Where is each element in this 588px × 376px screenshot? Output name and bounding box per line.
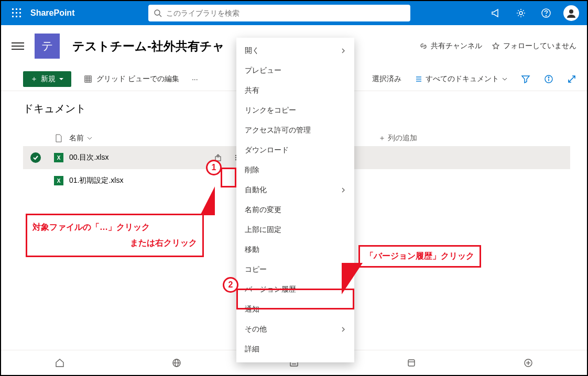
account-icon[interactable] — [560, 2, 583, 25]
header-actions: 共有チャンネル フォローしていません — [419, 41, 576, 51]
svg-rect-6 — [12, 16, 14, 17]
annotation-badge-2: 2 — [223, 277, 238, 293]
check-icon[interactable] — [30, 152, 41, 163]
svg-line-10 — [159, 15, 161, 17]
expand-icon[interactable] — [567, 74, 576, 84]
view-switcher[interactable]: すべてのドキュメント — [415, 74, 507, 84]
context-menu-item[interactable]: コピー — [236, 260, 354, 280]
chevron-right-icon — [341, 48, 346, 53]
home-icon[interactable] — [1, 358, 118, 368]
svg-point-25 — [548, 76, 549, 78]
context-menu-item[interactable]: バージョン履歴 — [236, 280, 354, 300]
chevron-right-icon — [341, 327, 346, 332]
selected-count: 選択済み — [372, 74, 401, 84]
svg-text:X: X — [57, 178, 61, 184]
context-menu-item[interactable]: 詳細 — [236, 339, 354, 359]
svg-rect-5 — [19, 12, 21, 14]
annotation-box-1: 対象ファイルの「…」クリック または右クリック — [26, 214, 204, 257]
gear-icon[interactable] — [509, 2, 532, 25]
context-menu-item[interactable]: 通知 — [236, 300, 354, 319]
grid-edit-button[interactable]: グリッド ビューでの編集 — [84, 74, 179, 84]
files-icon[interactable] — [353, 358, 470, 368]
svg-rect-2 — [19, 8, 21, 10]
svg-rect-0 — [12, 8, 14, 10]
follow-label: フォローしていません — [503, 41, 576, 51]
svg-rect-15 — [85, 76, 91, 82]
info-icon[interactable] — [544, 74, 553, 84]
file-name[interactable]: 00.目次.xlsx — [69, 153, 108, 162]
svg-rect-7 — [16, 16, 17, 17]
chevron-down-icon — [59, 76, 64, 82]
follow-toggle[interactable]: フォローしていません — [492, 41, 576, 51]
context-menu-item[interactable]: アクセス許可の管理 — [236, 120, 354, 140]
svg-rect-4 — [16, 12, 17, 14]
app-launcher-icon[interactable] — [5, 2, 28, 25]
annotation-pointer-1 — [200, 186, 215, 215]
nav-toggle-icon[interactable] — [12, 42, 24, 50]
svg-point-14 — [569, 9, 573, 14]
context-menu-item[interactable]: ダウンロード — [236, 140, 354, 160]
annotation-box-2: 「バージョン履歴」クリック — [358, 245, 481, 268]
context-menu-item[interactable]: 削除 — [236, 160, 354, 180]
chevron-down-icon — [502, 76, 507, 82]
shared-channel-link[interactable]: 共有チャンネル — [419, 41, 482, 51]
svg-rect-1 — [16, 8, 17, 10]
context-menu-item[interactable]: 共有 — [236, 81, 354, 101]
globe-icon[interactable] — [118, 358, 236, 368]
command-bar-right: 選択済み すべてのドキュメント — [372, 74, 576, 84]
chevron-right-icon — [341, 187, 346, 193]
context-menu-item[interactable]: 名前の変更 — [236, 200, 354, 220]
brand-label: SharePoint — [30, 8, 74, 18]
grid-icon — [84, 75, 92, 83]
add-icon[interactable] — [470, 358, 587, 368]
svg-rect-8 — [19, 16, 21, 17]
search-icon — [154, 9, 162, 17]
grid-edit-label: グリッド ビューでの編集 — [96, 74, 179, 84]
svg-rect-40 — [408, 360, 415, 366]
annotation-pointer-2 — [342, 263, 363, 294]
new-label: 新規 — [41, 74, 56, 84]
view-name: すべてのドキュメント — [426, 74, 499, 84]
chevron-down-icon — [87, 136, 92, 141]
col-name[interactable]: 名前 — [69, 134, 247, 143]
file-icon — [55, 134, 62, 142]
search-input[interactable] — [166, 9, 405, 17]
shared-channel-label: 共有チャンネル — [431, 41, 482, 51]
context-menu-item[interactable]: リンクをコピー — [236, 101, 354, 120]
context-menu-item[interactable]: 上部に固定 — [236, 220, 354, 240]
overflow-button[interactable]: ··· — [192, 75, 198, 83]
search-box[interactable] — [148, 5, 410, 21]
list-icon — [415, 75, 422, 83]
file-name[interactable]: 01.初期設定.xlsx — [69, 176, 123, 185]
suite-bar: SharePoint — [1, 1, 587, 25]
link-icon — [419, 42, 428, 50]
svg-point-11 — [519, 12, 522, 15]
suite-actions — [484, 2, 583, 25]
new-button[interactable]: ＋ 新規 — [23, 71, 71, 87]
plus-icon: ＋ — [30, 74, 38, 84]
add-column-button[interactable]: ＋ 列の追加 — [378, 134, 483, 143]
svg-point-13 — [546, 15, 546, 16]
megaphone-icon[interactable] — [484, 2, 507, 25]
context-menu-item[interactable]: プレビュー — [236, 61, 354, 81]
filter-icon[interactable] — [521, 74, 530, 84]
star-icon — [492, 42, 500, 50]
search-wrapper — [74, 5, 484, 21]
excel-icon: X — [54, 153, 63, 162]
svg-point-9 — [155, 10, 160, 15]
annotation-badge-1: 1 — [206, 160, 222, 175]
context-menu-item[interactable]: 移動 — [236, 240, 354, 260]
context-menu: 開くプレビュー共有リンクをコピーアクセス許可の管理ダウンロード削除自動化名前の変… — [236, 38, 354, 362]
excel-icon: X — [54, 176, 63, 185]
help-icon[interactable] — [535, 2, 558, 25]
svg-text:X: X — [57, 155, 61, 161]
context-menu-item[interactable]: 開く — [236, 41, 354, 61]
site-logo[interactable]: テ — [35, 34, 60, 59]
context-menu-item[interactable]: 自動化 — [236, 180, 354, 200]
context-menu-item[interactable]: その他 — [236, 319, 354, 339]
svg-rect-3 — [12, 12, 14, 14]
